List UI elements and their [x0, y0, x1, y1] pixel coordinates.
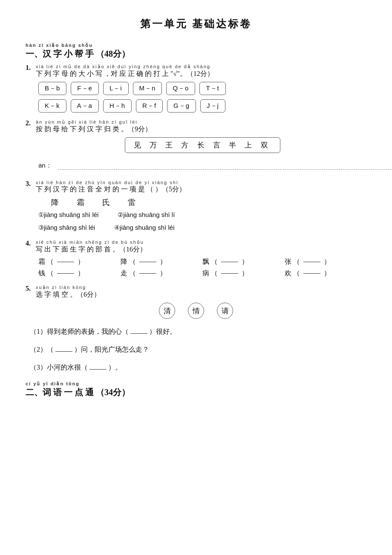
letter-box-Rf: R－f	[136, 99, 163, 113]
q2-an-blank3[interactable]	[283, 162, 392, 170]
letter-box-Kk: K－k	[38, 99, 66, 113]
q3-char-lei: 雷	[128, 197, 136, 208]
q1-row1: B－b F－e L－i M－n Q－o T－t	[38, 82, 366, 95]
letter-box-Mn: M－n	[133, 82, 162, 95]
q4-piao-open: （	[211, 257, 218, 266]
section1-header: hàn zì xiǎo bāng shǒu 一、汉 字 小 帮 手 （48分）	[26, 43, 366, 60]
q5-blank2: （2）（）问，阳光广场怎么走？	[30, 343, 366, 356]
q4-label: 4. xiě chū xià miàn shēng zì de bù shǒu …	[26, 240, 366, 254]
q3-choice2: ③jiàng shāng shì léi ④jiàng shuāng shì l…	[38, 222, 366, 233]
section2-pinyin: cí yǔ yī diǎn tōng	[26, 381, 130, 387]
letter-box-Fe: F－e	[71, 82, 99, 95]
q5-answer1[interactable]	[130, 333, 147, 334]
q4-piao-close: ）	[242, 257, 248, 266]
q3-char-shi: 氏	[102, 197, 111, 208]
letter-box-Li: L－i	[103, 82, 129, 95]
q2-an-row: an：	[38, 162, 392, 170]
letter-box-Aa: A－a	[71, 99, 99, 113]
q4-zou-close: ）	[160, 269, 167, 278]
q4-zou-blank[interactable]	[139, 273, 156, 274]
q4-huan-open: （	[293, 269, 300, 278]
q3-chars-row: 降 霜 氏 雷	[51, 197, 366, 208]
section1-score: （48分）	[96, 49, 130, 58]
q4-huan-blank[interactable]	[303, 273, 320, 274]
q4-shuang-blank[interactable]	[57, 262, 74, 262]
q4-jiang-char: 降	[121, 257, 127, 266]
q4-text: 写 出 下 面 生 字 的 部 首 。（16分）	[36, 246, 147, 253]
q4-pinyin: xiě chū xià miàn shēng zì de bù shǒu	[36, 240, 147, 245]
q1-row2: K－k A－a H－h R－f G－g J－j	[38, 99, 366, 113]
letter-box-Hh: H－h	[103, 99, 132, 113]
q4-huan: 欢（）	[285, 269, 367, 278]
section2-header: cí yǔ yī diǎn tōng 二、词 语 一 点 通 （34分）	[26, 381, 366, 398]
q4-piao: 飘（）	[202, 257, 285, 266]
question-4: 4. xiě chū xià miàn shēng zì de bù shǒu …	[26, 240, 366, 278]
q4-huan-close: ）	[324, 269, 331, 278]
q5-blank3: （3）小河的水很（）。	[30, 361, 366, 374]
q4-shuang-char: 霜	[38, 257, 45, 266]
q1-tail: "√"。（12分）	[170, 70, 214, 77]
q2-an-label: an：	[38, 162, 54, 170]
letter-box-Qo: Q－o	[166, 82, 195, 95]
q4-bing-char: 病	[202, 269, 209, 278]
q4-zhang-blank[interactable]	[303, 262, 320, 262]
q2-pinyin: àn yùn mǔ gěi xià liè hàn zì guī lèi	[36, 119, 152, 125]
q1-label: 1. xià liè zì mǔ de dà xiǎo xiě duì yìng…	[26, 64, 366, 78]
q4-bing: 病（）	[202, 269, 285, 278]
q5-blank1: （1）得到老师的表扬，我的心（）很好。	[30, 325, 366, 338]
q5-text: 选 字 填 空 。（6分）	[36, 291, 101, 298]
q2-an-blank2[interactable]	[170, 162, 281, 170]
q1-text: 下 列 字 母 的 大 小 写 ，对 应 正 确 的 打 上	[36, 70, 169, 77]
q5-char-qing2: 情	[188, 303, 204, 319]
q3-char-shuang: 霜	[77, 197, 85, 208]
q5-char-qing3: 请	[217, 303, 233, 319]
q3-label: 3. xià liè hàn zì de zhù yīn quán duì de…	[26, 180, 366, 194]
q4-zou-open: （	[129, 269, 136, 278]
q4-piao-blank[interactable]	[221, 262, 238, 262]
q3-char-jiang: 降	[51, 197, 60, 208]
q4-jiang-blank[interactable]	[139, 262, 156, 262]
q5-char-qing1: 清	[159, 303, 175, 319]
q2-yunmu-rows: an： ang：	[38, 162, 366, 173]
q4-qian-char: 钱	[38, 269, 45, 278]
page-title: 第一单元 基础达标卷	[26, 17, 366, 31]
q2-text: 按 韵 母 给 下 列 汉 字 归 类 。（9分）	[36, 125, 152, 133]
section2-score: （34分）	[96, 387, 130, 397]
q3-choice1: ①jiàng shuāng shì léi ②jiàng shuāng shì …	[38, 209, 366, 220]
q4-num: 4.	[26, 240, 33, 247]
letter-box-Gg: G－g	[167, 99, 196, 113]
q3-text: 下 列 汉 字 的 注 音 全 对 的 一 项 是 （ ）（5分）	[36, 185, 186, 193]
q5-label: 5. xuǎn zì tián kòng 选 字 填 空 。（6分）	[26, 285, 366, 299]
q2-an-blank1[interactable]	[58, 162, 169, 170]
q2-num: 2.	[26, 119, 33, 127]
q4-zou: 走（）	[121, 269, 203, 278]
question-2: 2. àn yùn mǔ gěi xià liè hàn zì guī lèi …	[26, 119, 366, 173]
q4-jiang-close: ）	[160, 257, 167, 266]
q4-huan-char: 欢	[285, 269, 291, 278]
q5-pinyin: xuǎn zì tián kòng	[36, 285, 101, 290]
q5-answer3[interactable]	[89, 369, 107, 370]
q4-zhang-open: （	[293, 257, 300, 266]
letter-box-Bb: B－b	[38, 82, 66, 95]
q4-piao-char: 飘	[202, 257, 209, 266]
q5-answer2[interactable]	[55, 351, 72, 352]
q4-shuang: 霜（）	[38, 257, 121, 266]
section1-label: 一、汉 字 小 帮 手	[26, 49, 94, 58]
q2-chars-box: 见 万 王 方 长 言 半 上 双	[125, 137, 280, 153]
q4-bing-open: （	[211, 269, 218, 278]
section2-label: 二、词 语 一 点 通	[26, 387, 94, 397]
q3-choices: ①jiàng shuāng shì léi ②jiàng shuāng shì …	[38, 209, 366, 233]
q4-zhang: 张（）	[285, 257, 367, 266]
q5-chars: 清 情 请	[26, 303, 366, 319]
q4-jiang-open: （	[129, 257, 136, 266]
q4-bing-blank[interactable]	[221, 273, 238, 274]
q4-zou-char: 走	[121, 269, 127, 278]
q4-qian-blank[interactable]	[57, 273, 74, 274]
question-3: 3. xià liè hàn zì de zhù yīn quán duì de…	[26, 180, 366, 233]
q3-num: 3.	[26, 180, 33, 188]
section1-pinyin: hàn zì xiǎo bāng shǒu	[26, 43, 130, 48]
q4-zhang-char: 张	[285, 257, 291, 266]
q4-row1: 霜（） 降（） 飘（） 张（） 钱（） 走（） 病（） 欢（）	[38, 257, 366, 278]
question-1: 1. xià liè zì mǔ de dà xiǎo xiě duì yìng…	[26, 64, 366, 113]
q3-pinyin: xià liè hàn zì de zhù yīn quán duì de yí…	[36, 180, 186, 185]
